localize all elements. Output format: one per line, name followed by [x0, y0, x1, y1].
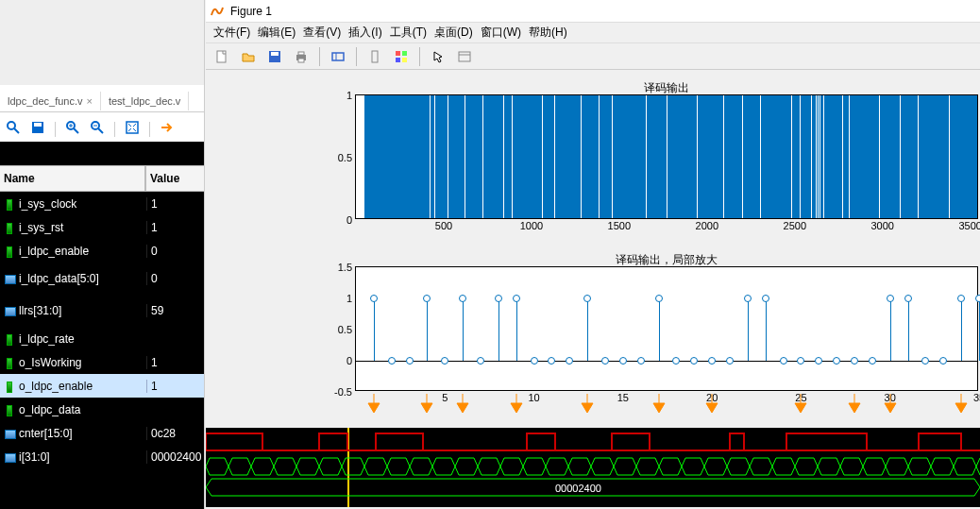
- ytick: 1: [346, 293, 356, 304]
- fit-icon[interactable]: [125, 120, 140, 138]
- arrow-icon: [953, 394, 970, 416]
- waveform-viewer[interactable]: 00002400: [206, 428, 980, 507]
- signal-row[interactable]: i_ldpc_enable0: [0, 239, 204, 263]
- save-icon[interactable]: [264, 46, 285, 67]
- zero-slit: [823, 95, 824, 218]
- signal-value: 1: [146, 356, 204, 369]
- signal-row[interactable]: i_ldpc_data[5:0]0: [0, 263, 204, 295]
- rotate-icon[interactable]: [364, 46, 385, 67]
- signal-name: o_IsWorking: [19, 356, 81, 369]
- menu-tools[interactable]: 工具(T): [390, 25, 427, 41]
- scalar-icon: [4, 198, 15, 210]
- signal-row[interactable]: i_sys_clock1: [0, 192, 204, 215]
- ytick: 0.5: [338, 152, 356, 163]
- signal-row[interactable]: i[31:0]00002400: [0, 445, 204, 468]
- header-value[interactable]: Value: [146, 166, 204, 191]
- stem: [748, 298, 749, 361]
- stem-marker: [637, 357, 645, 365]
- svg-rect-12: [217, 51, 226, 62]
- axes-bottom[interactable]: 译码输出，局部放大 -0.500.511.55101520253035: [355, 266, 978, 391]
- separator: [356, 47, 357, 66]
- open-file-icon[interactable]: [238, 46, 259, 67]
- signal-row[interactable]: o_ldpc_enable1: [0, 374, 204, 398]
- xtick: 10: [528, 390, 539, 403]
- signal-name: o_ldpc_enable: [19, 380, 93, 393]
- save-icon[interactable]: [30, 120, 45, 138]
- signal-row[interactable]: i_ldpc_rate: [0, 327, 204, 350]
- signal-name: i_ldpc_enable: [19, 245, 89, 258]
- zero-slit: [482, 95, 483, 218]
- menu-insert[interactable]: 插入(I): [348, 25, 381, 41]
- signal-row[interactable]: o_ldpc_data: [0, 398, 204, 421]
- menu-view[interactable]: 查看(V): [303, 25, 341, 41]
- print-icon[interactable]: [291, 46, 312, 67]
- header-name[interactable]: Name: [0, 166, 146, 191]
- stem: [908, 298, 909, 361]
- stem-marker: [566, 357, 573, 365]
- signal-value: 59: [146, 304, 204, 317]
- menu-desktop[interactable]: 桌面(D): [434, 25, 473, 41]
- svg-rect-25: [459, 52, 470, 61]
- figure-menubar: 文件(F) 编辑(E) 查看(V) 插入(I) 工具(T) 桌面(D) 窗口(W…: [206, 23, 980, 43]
- signal-value: 1: [146, 380, 204, 393]
- stem-marker: [370, 295, 378, 302]
- scalar-icon: [4, 222, 15, 233]
- zero-slit: [842, 95, 843, 218]
- xtick: 500: [435, 218, 452, 231]
- xtick: 1000: [520, 218, 543, 231]
- data-cursor-icon[interactable]: [391, 46, 412, 67]
- stem-marker: [869, 357, 876, 365]
- axes-top-title: 译码输出: [356, 80, 977, 96]
- zoom-out-icon[interactable]: [90, 120, 105, 138]
- zoom-in-icon[interactable]: [65, 120, 80, 138]
- signal-row[interactable]: llrs[31:0]59: [0, 295, 204, 327]
- ytick: -0.5: [334, 386, 356, 398]
- stem-marker: [423, 295, 431, 302]
- scalar-icon: [4, 333, 15, 345]
- stem: [961, 298, 962, 361]
- arrow-icon: [454, 394, 471, 416]
- zero-slit: [667, 95, 667, 218]
- ytick: 0.5: [338, 324, 356, 335]
- xtick: 25: [795, 390, 806, 403]
- ytick: 0: [346, 214, 356, 226]
- signal-row[interactable]: i_sys_rst1: [0, 215, 204, 239]
- stem-marker: [655, 295, 663, 302]
- stem: [890, 298, 891, 361]
- pointer-icon[interactable]: [428, 46, 448, 67]
- stem-marker: [513, 295, 520, 302]
- menu-window[interactable]: 窗口(W): [481, 25, 521, 41]
- svg-rect-32: [730, 433, 744, 450]
- zero-slit: [448, 95, 448, 218]
- file-tab-2[interactable]: test_ldpc_dec.v: [101, 92, 189, 110]
- axes-top[interactable]: 译码输出 00.51500100015002000250030003500: [355, 94, 978, 219]
- zero-slit: [949, 95, 950, 218]
- signal-list[interactable]: i_sys_clock1i_sys_rst1i_ldpc_enable0i_ld…: [0, 192, 204, 509]
- signal-row[interactable]: o_IsWorking1: [0, 350, 204, 374]
- svg-rect-22: [402, 51, 407, 56]
- goto-icon[interactable]: [160, 120, 175, 138]
- search-icon[interactable]: [6, 120, 21, 138]
- figure-titlebar[interactable]: Figure 1: [206, 0, 980, 23]
- menu-edit[interactable]: 编辑(E): [258, 25, 296, 41]
- zero-slit: [723, 95, 724, 218]
- stem-marker: [975, 295, 980, 302]
- menu-help[interactable]: 帮助(H): [529, 25, 567, 41]
- insert-icon[interactable]: [454, 46, 475, 67]
- xtick: 15: [617, 390, 629, 403]
- menu-file[interactable]: 文件(F): [213, 25, 250, 41]
- file-tab-1[interactable]: ldpc_dec_func.v ×: [0, 92, 101, 110]
- svg-rect-30: [527, 433, 555, 450]
- new-file-icon[interactable]: [211, 46, 232, 67]
- signal-row[interactable]: cnter[15:0]0c28: [0, 421, 204, 445]
- close-icon[interactable]: ×: [87, 95, 93, 107]
- zero-slit: [760, 95, 761, 218]
- stem-marker: [726, 357, 734, 365]
- stem-marker: [406, 357, 414, 365]
- link-icon[interactable]: [328, 46, 348, 67]
- matlab-logo-icon: [210, 4, 225, 19]
- svg-rect-17: [298, 59, 304, 62]
- zero-slit: [599, 95, 600, 218]
- svg-rect-29: [376, 433, 423, 450]
- scalar-icon: [4, 381, 15, 392]
